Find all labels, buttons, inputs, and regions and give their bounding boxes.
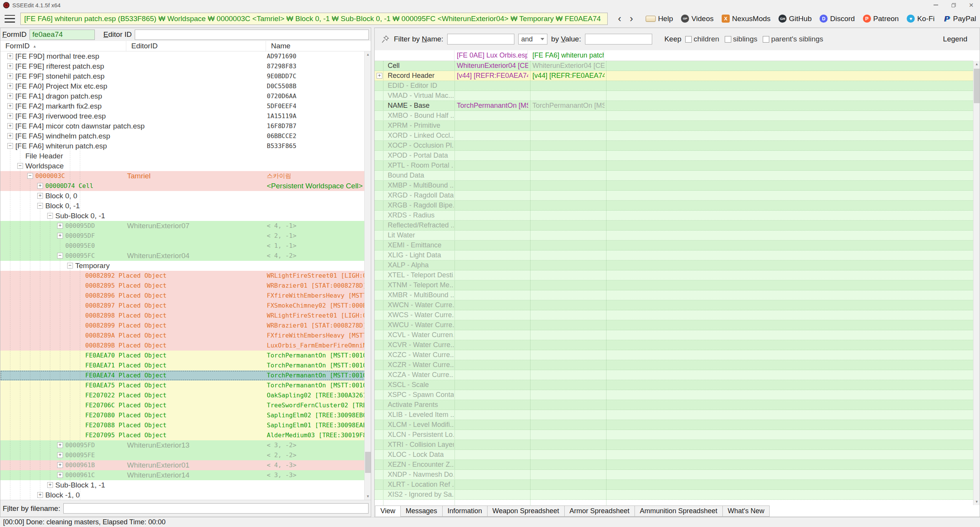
link-paypal[interactable]: PPayPal [943,15,976,23]
filter-by-value-input[interactable] [585,34,652,44]
record-row[interactable]: XNDP - Navmesh Do... [375,470,973,480]
expand-icon[interactable]: + [7,93,13,99]
expand-icon[interactable]: + [7,113,13,119]
record-row[interactable]: XSPC - Spawn Conta... [375,390,973,400]
tab-armor-spreadsheet[interactable]: Armor Spreadsheet [564,506,635,517]
tree-row[interactable]: 0008289A Placed ObjectFXfireWithEmbersHe… [0,331,365,341]
record-row[interactable]: XLCM - Level Modifi... [375,420,973,430]
tree-row[interactable]: 00082899 Placed ObjectWRBrazier01 [STAT:… [0,321,365,331]
tree-row[interactable]: +000095FE< 2, -2> [0,450,365,460]
collapse-icon[interactable]: − [27,173,33,179]
checkbox-icon[interactable] [685,36,692,43]
record-row[interactable]: XORD - Linked Occl... [375,131,973,141]
tree-row[interactable]: 00082897 Placed ObjectFXSmokeChimney02 [… [0,301,365,311]
tree-row[interactable]: 00082898 Placed ObjectWRLightFireStreet0… [0,311,365,321]
link-github[interactable]: GHGitHub [778,15,811,23]
tree-row[interactable]: 000095E0< 1, -1> [0,241,365,251]
tree-row[interactable]: 0008289B Placed ObjectLuxOrbis_FarmEmber… [0,341,365,351]
tree-row[interactable]: +[FE F9F] stonehil patch.esp9E0BDD7C [0,71,365,81]
expand-icon[interactable]: + [7,133,13,139]
tree-row[interactable]: +0000961CWhiterunExterior14< 3, -3> [0,470,365,480]
record-row[interactable]: XEZN - Encounter Z... [375,460,973,470]
record-row[interactable]: XLIB - Leveled Item ... [375,410,973,420]
tree-row[interactable]: +[FE FA5] windhelm patch.esp06BBCCE2 [0,131,365,141]
tab-information[interactable]: Information [442,506,488,517]
record-row[interactable]: XTRI - Collision Layer [375,440,973,450]
breadcrumb[interactable] [20,13,608,25]
record-scrollbar[interactable]: ▲ ▼ [973,61,980,505]
legend-link[interactable]: Legend [943,35,967,43]
column-header-editorid[interactable]: EditorID [126,41,266,51]
menu-icon[interactable] [5,15,15,23]
tree-row[interactable]: FE207095 Placed ObjectAlderMedium03 [TRE… [0,430,365,440]
forward-button[interactable]: › [625,13,637,25]
tree-row[interactable]: +[FE FA0] Project Mix etc.espD0C5508B [0,81,365,91]
keep-checkbox-children[interactable]: children [685,35,719,43]
record-row[interactable]: XMBR - MultiBound ... [375,290,973,300]
record-value-lux-orbis[interactable]: WhiterunExterior04 [CEL... [457,61,528,71]
tree-row[interactable]: 00082892 Placed ObjectWRLightFireStreet0… [0,271,365,281]
record-value-lux-orbis[interactable]: TorchPermanantOn [MS... [457,101,528,110]
expand-icon[interactable]: + [57,223,63,229]
tree-row[interactable]: +[FE FA3] riverwood tree.esp1A15119A [0,111,365,121]
link-ko-fi[interactable]: ♥Ko-Fi [907,15,934,23]
filter-operator-select[interactable]: and [518,34,547,44]
tree-row[interactable]: FE207080 Placed ObjectSaplingElm02 [TREE… [0,410,365,420]
collapse-icon[interactable]: − [67,263,73,268]
tree-row[interactable]: −Temporary [0,261,365,271]
record-row[interactable]: XEMI - Emittance [375,240,973,250]
restore-button[interactable] [945,0,962,10]
expand-icon[interactable]: + [7,83,13,89]
tree-row[interactable]: FE0AEA75 Placed ObjectTorchPermanantOn [… [0,380,365,390]
scroll-up-icon[interactable]: ▲ [973,61,980,68]
tree-row[interactable]: +00000D74 Cell<Persistent Worldspace Cel… [0,181,365,191]
record-value-whiterun-patch[interactable]: TorchPermanantOn [MS... [532,101,605,110]
record-row[interactable]: Reflected/Refracted ... [375,221,973,231]
record-row[interactable]: XLOC - Lock Data [375,450,973,460]
tree-row[interactable]: −000095FCWhiterunExterior04< 4, -2> [0,251,365,261]
record-row[interactable]: CellWhiterunExterior04 [CEL...WhiterunEx… [375,61,973,71]
record-row[interactable]: XPTL - Room Portal ... [375,161,973,171]
link-discord[interactable]: DDiscord [820,15,854,23]
tree-row[interactable]: +[FE FA1] dragon patch.esp0720D6AA [0,91,365,101]
expand-icon[interactable]: + [7,53,13,59]
scroll-down-icon[interactable]: ▼ [973,499,980,505]
tree-row[interactable]: −Worldspace [0,161,365,171]
back-button[interactable]: ‹ [614,13,626,25]
record-row[interactable]: XWCU - Water Curre... [375,320,973,330]
filter-by-filename-input[interactable] [63,503,369,514]
scroll-down-icon[interactable]: ▼ [365,493,371,500]
record-row[interactable]: XLRT - Location Ref ... [375,480,973,490]
tree-row[interactable]: +[FE FA2] markarth fix2.esp5DF0EEF4 [0,101,365,111]
column-header-formid[interactable]: FormID▲ [0,41,126,51]
column-header-whiterun-patch[interactable]: [FE FA6] whiterun patch.e... [532,50,604,61]
tree-row[interactable]: 00082896 Placed ObjectFXfireWithEmbersHe… [0,291,365,301]
collapse-icon[interactable]: − [47,213,53,219]
editorid-input[interactable] [135,30,369,40]
link-videos[interactable]: GPVideos [681,15,714,23]
pin-icon[interactable] [381,35,390,44]
left-tree-scrollbar[interactable]: ▲ ▼ [364,51,371,500]
tree-row[interactable]: +0000961BWhiterunExterior01< 4, -3> [0,460,365,470]
tab-what-s-new[interactable]: What's New [722,506,770,517]
record-value-whiterun-patch[interactable]: WhiterunExterior04 [CEL... [532,61,605,71]
tree-row[interactable]: +[FE FA4] micor cotn dawnstar patch.esp1… [0,121,365,131]
record-row[interactable]: XPOD - Portal Data [375,151,973,161]
record-row[interactable]: Bound Data [375,171,973,181]
collapse-icon[interactable]: − [7,143,13,149]
record-row[interactable]: XPRM - Primitive [375,121,973,131]
formid-input[interactable] [30,30,95,40]
expand-icon[interactable]: + [37,492,43,498]
tree-row[interactable]: +Sub-Block 1, -1 [0,480,365,490]
record-row[interactable]: XMBO - Bound Half ... [375,111,973,121]
record-row[interactable]: XLCN - Persistent Lo... [375,430,973,440]
expand-icon[interactable]: + [57,472,63,478]
tree-row[interactable]: FE207088 Placed ObjectSaplingElm01 [TREE… [0,420,365,430]
tree-row[interactable]: +[FE F9D] morthal tree.espAD971690 [0,51,365,61]
tab-view[interactable]: View [375,506,401,517]
expand-icon[interactable]: + [377,73,382,79]
expand-icon[interactable]: + [7,73,13,79]
minimize-button[interactable] [927,0,945,10]
record-row[interactable]: XRGB - Ragdoll Bipe... [375,201,973,211]
tab-ammunition-spreadsheet[interactable]: Ammunition Spreadsheet [635,506,723,517]
